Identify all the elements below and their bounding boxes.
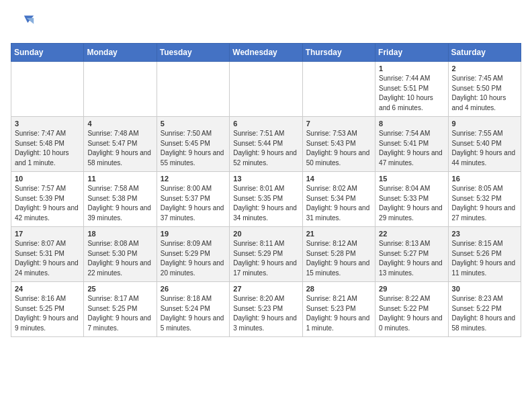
weekday-header: Tuesday bbox=[157, 44, 229, 62]
weekday-header: Wednesday bbox=[230, 44, 302, 62]
calendar-table: SundayMondayTuesdayWednesdayThursdayFrid… bbox=[11, 43, 521, 337]
day-info: Sunrise: 8:00 AM Sunset: 5:37 PM Dayligh… bbox=[161, 184, 226, 223]
day-info: Sunrise: 7:44 AM Sunset: 5:51 PM Dayligh… bbox=[379, 74, 444, 113]
day-number: 10 bbox=[15, 175, 80, 183]
day-number: 16 bbox=[452, 175, 517, 183]
day-info: Sunrise: 8:22 AM Sunset: 5:22 PM Dayligh… bbox=[379, 294, 444, 333]
calendar-cell: 13Sunrise: 8:01 AM Sunset: 5:35 PM Dayli… bbox=[230, 172, 302, 227]
day-number: 25 bbox=[87, 285, 152, 293]
day-number: 30 bbox=[452, 285, 517, 293]
day-info: Sunrise: 8:15 AM Sunset: 5:26 PM Dayligh… bbox=[452, 239, 517, 278]
calendar-cell: 5Sunrise: 7:50 AM Sunset: 5:45 PM Daylig… bbox=[157, 117, 229, 172]
day-number: 24 bbox=[15, 285, 80, 293]
day-number: 18 bbox=[87, 230, 152, 238]
calendar-cell: 4Sunrise: 7:48 AM Sunset: 5:47 PM Daylig… bbox=[84, 117, 157, 172]
day-info: Sunrise: 8:08 AM Sunset: 5:30 PM Dayligh… bbox=[87, 239, 152, 278]
calendar-cell bbox=[11, 62, 84, 117]
calendar-cell bbox=[157, 62, 229, 117]
logo-icon bbox=[11, 11, 35, 35]
calendar-cell: 27Sunrise: 8:20 AM Sunset: 5:23 PM Dayli… bbox=[230, 282, 302, 337]
day-number: 27 bbox=[233, 285, 298, 293]
calendar-cell: 6Sunrise: 7:51 AM Sunset: 5:44 PM Daylig… bbox=[230, 117, 302, 172]
day-info: Sunrise: 8:23 AM Sunset: 5:22 PM Dayligh… bbox=[452, 294, 517, 333]
calendar-cell: 19Sunrise: 8:09 AM Sunset: 5:29 PM Dayli… bbox=[157, 227, 229, 282]
day-info: Sunrise: 7:47 AM Sunset: 5:48 PM Dayligh… bbox=[15, 129, 80, 168]
weekday-header: Friday bbox=[375, 44, 448, 62]
calendar-cell: 14Sunrise: 8:02 AM Sunset: 5:34 PM Dayli… bbox=[302, 172, 375, 227]
calendar-cell: 8Sunrise: 7:54 AM Sunset: 5:41 PM Daylig… bbox=[375, 117, 448, 172]
day-number: 22 bbox=[379, 230, 444, 238]
day-number: 1 bbox=[379, 64, 444, 73]
day-info: Sunrise: 8:16 AM Sunset: 5:25 PM Dayligh… bbox=[15, 294, 80, 333]
calendar-week-row: 10Sunrise: 7:57 AM Sunset: 5:39 PM Dayli… bbox=[11, 172, 521, 227]
calendar-week-row: 1Sunrise: 7:44 AM Sunset: 5:51 PM Daylig… bbox=[11, 62, 521, 117]
day-info: Sunrise: 7:57 AM Sunset: 5:39 PM Dayligh… bbox=[15, 184, 80, 223]
calendar-cell: 24Sunrise: 8:16 AM Sunset: 5:25 PM Dayli… bbox=[11, 282, 84, 337]
calendar-week-row: 24Sunrise: 8:16 AM Sunset: 5:25 PM Dayli… bbox=[11, 282, 521, 337]
calendar-cell: 17Sunrise: 8:07 AM Sunset: 5:31 PM Dayli… bbox=[11, 227, 84, 282]
day-number: 15 bbox=[379, 175, 444, 183]
day-info: Sunrise: 8:11 AM Sunset: 5:29 PM Dayligh… bbox=[233, 239, 298, 278]
day-info: Sunrise: 8:13 AM Sunset: 5:27 PM Dayligh… bbox=[379, 239, 444, 278]
day-number: 29 bbox=[379, 285, 444, 293]
calendar-cell: 15Sunrise: 8:04 AM Sunset: 5:33 PM Dayli… bbox=[375, 172, 448, 227]
calendar-cell: 11Sunrise: 7:58 AM Sunset: 5:38 PM Dayli… bbox=[84, 172, 157, 227]
calendar-cell: 18Sunrise: 8:08 AM Sunset: 5:30 PM Dayli… bbox=[84, 227, 157, 282]
day-info: Sunrise: 7:54 AM Sunset: 5:41 PM Dayligh… bbox=[379, 129, 444, 168]
day-info: Sunrise: 8:21 AM Sunset: 5:23 PM Dayligh… bbox=[306, 294, 371, 333]
day-info: Sunrise: 8:18 AM Sunset: 5:24 PM Dayligh… bbox=[161, 294, 226, 333]
day-info: Sunrise: 8:07 AM Sunset: 5:31 PM Dayligh… bbox=[15, 239, 80, 278]
calendar-cell: 1Sunrise: 7:44 AM Sunset: 5:51 PM Daylig… bbox=[375, 62, 448, 117]
day-info: Sunrise: 8:12 AM Sunset: 5:28 PM Dayligh… bbox=[306, 239, 371, 278]
calendar-cell: 23Sunrise: 8:15 AM Sunset: 5:26 PM Dayli… bbox=[448, 227, 521, 282]
day-number: 7 bbox=[306, 120, 371, 128]
weekday-header: Sunday bbox=[11, 44, 84, 62]
day-number: 8 bbox=[379, 120, 444, 128]
calendar-week-row: 3Sunrise: 7:47 AM Sunset: 5:48 PM Daylig… bbox=[11, 117, 521, 172]
calendar-cell: 20Sunrise: 8:11 AM Sunset: 5:29 PM Dayli… bbox=[230, 227, 302, 282]
day-info: Sunrise: 8:09 AM Sunset: 5:29 PM Dayligh… bbox=[161, 239, 226, 278]
day-number: 9 bbox=[452, 120, 517, 128]
calendar-cell: 2Sunrise: 7:45 AM Sunset: 5:50 PM Daylig… bbox=[448, 62, 521, 117]
day-info: Sunrise: 7:50 AM Sunset: 5:45 PM Dayligh… bbox=[161, 129, 226, 168]
calendar-cell: 28Sunrise: 8:21 AM Sunset: 5:23 PM Dayli… bbox=[302, 282, 375, 337]
day-info: Sunrise: 7:45 AM Sunset: 5:50 PM Dayligh… bbox=[452, 74, 517, 113]
calendar-cell bbox=[84, 62, 157, 117]
calendar-cell bbox=[230, 62, 302, 117]
day-number: 2 bbox=[452, 64, 517, 73]
day-number: 20 bbox=[233, 230, 298, 238]
day-info: Sunrise: 8:20 AM Sunset: 5:23 PM Dayligh… bbox=[233, 294, 298, 333]
calendar-cell: 16Sunrise: 8:05 AM Sunset: 5:32 PM Dayli… bbox=[448, 172, 521, 227]
calendar-cell: 12Sunrise: 8:00 AM Sunset: 5:37 PM Dayli… bbox=[157, 172, 229, 227]
calendar-week-row: 17Sunrise: 8:07 AM Sunset: 5:31 PM Dayli… bbox=[11, 227, 521, 282]
weekday-header: Saturday bbox=[448, 44, 521, 62]
calendar-cell: 3Sunrise: 7:47 AM Sunset: 5:48 PM Daylig… bbox=[11, 117, 84, 172]
day-info: Sunrise: 7:55 AM Sunset: 5:40 PM Dayligh… bbox=[452, 129, 517, 168]
page-header bbox=[11, 11, 521, 35]
calendar-cell: 22Sunrise: 8:13 AM Sunset: 5:27 PM Dayli… bbox=[375, 227, 448, 282]
day-number: 28 bbox=[306, 285, 371, 293]
calendar-cell: 9Sunrise: 7:55 AM Sunset: 5:40 PM Daylig… bbox=[448, 117, 521, 172]
calendar-cell bbox=[302, 62, 375, 117]
day-info: Sunrise: 8:02 AM Sunset: 5:34 PM Dayligh… bbox=[306, 184, 371, 223]
day-number: 23 bbox=[452, 230, 517, 238]
day-number: 21 bbox=[306, 230, 371, 238]
day-number: 19 bbox=[161, 230, 226, 238]
day-number: 14 bbox=[306, 175, 371, 183]
day-info: Sunrise: 7:51 AM Sunset: 5:44 PM Dayligh… bbox=[233, 129, 298, 168]
day-info: Sunrise: 8:04 AM Sunset: 5:33 PM Dayligh… bbox=[379, 184, 444, 223]
calendar-cell: 30Sunrise: 8:23 AM Sunset: 5:22 PM Dayli… bbox=[448, 282, 521, 337]
calendar-cell: 29Sunrise: 8:22 AM Sunset: 5:22 PM Dayli… bbox=[375, 282, 448, 337]
day-number: 17 bbox=[15, 230, 80, 238]
calendar-header-row: SundayMondayTuesdayWednesdayThursdayFrid… bbox=[11, 44, 521, 62]
day-number: 13 bbox=[233, 175, 298, 183]
calendar-cell: 7Sunrise: 7:53 AM Sunset: 5:43 PM Daylig… bbox=[302, 117, 375, 172]
calendar-cell: 25Sunrise: 8:17 AM Sunset: 5:25 PM Dayli… bbox=[84, 282, 157, 337]
day-info: Sunrise: 7:48 AM Sunset: 5:47 PM Dayligh… bbox=[87, 129, 152, 168]
calendar-cell: 10Sunrise: 7:57 AM Sunset: 5:39 PM Dayli… bbox=[11, 172, 84, 227]
day-number: 6 bbox=[233, 120, 298, 128]
day-info: Sunrise: 8:01 AM Sunset: 5:35 PM Dayligh… bbox=[233, 184, 298, 223]
weekday-header: Thursday bbox=[302, 44, 375, 62]
day-number: 4 bbox=[87, 120, 152, 128]
day-info: Sunrise: 8:05 AM Sunset: 5:32 PM Dayligh… bbox=[452, 184, 517, 223]
